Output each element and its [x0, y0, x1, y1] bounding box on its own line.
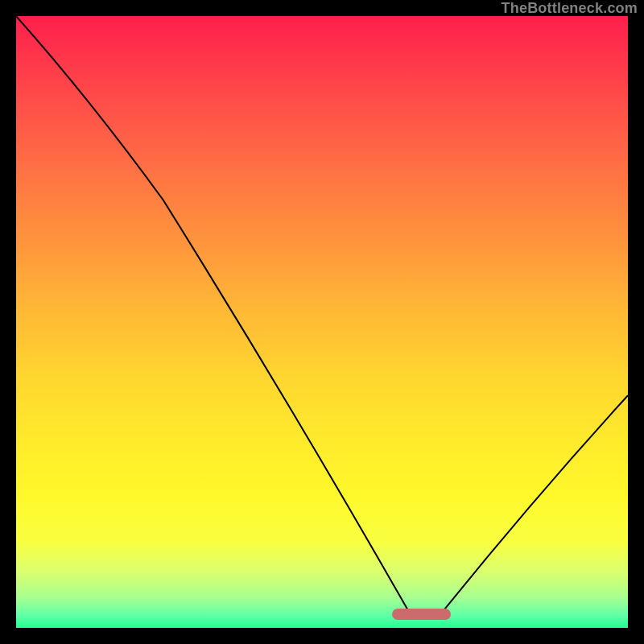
plot-area — [16, 16, 628, 628]
bottleneck-curve — [16, 16, 628, 609]
watermark-label: TheBottleneck.com — [502, 0, 638, 16]
optimal-range-marker — [392, 609, 450, 620]
curve-svg — [16, 16, 628, 628]
chart-frame: TheBottleneck.com — [0, 0, 644, 644]
